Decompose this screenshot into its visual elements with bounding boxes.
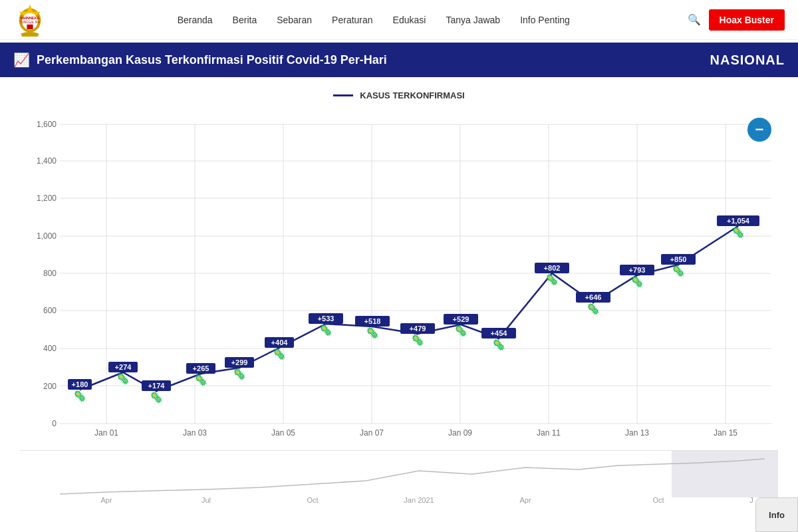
svg-text:1,400: 1,400 xyxy=(37,156,57,166)
svg-text:Jan 2021: Jan 2021 xyxy=(404,496,434,504)
svg-text:Jan 11: Jan 11 xyxy=(537,428,561,438)
header-right: 🔍 Hoax Buster xyxy=(688,9,785,31)
mini-chart-svg: Apr Jul Oct Jan 2021 Apr Oct J xyxy=(20,451,778,504)
svg-text:🦠: 🦠 xyxy=(672,265,685,277)
svg-text:+529: +529 xyxy=(453,315,469,323)
svg-text:Jan 15: Jan 15 xyxy=(714,428,737,438)
svg-text:BHINNEKA: BHINNEKA xyxy=(21,15,40,19)
svg-text:TUNGGAL IKA: TUNGGAL IKA xyxy=(20,21,41,24)
svg-text:🦠: 🦠 xyxy=(492,338,505,351)
svg-text:🦠: 🦠 xyxy=(319,324,332,336)
zoom-out-button[interactable]: − xyxy=(747,118,771,142)
nav-info-penting[interactable]: Info Penting xyxy=(520,15,570,25)
page-title: 📈 Perkembangan Kasus Terkonfirmasi Posit… xyxy=(13,52,387,68)
svg-text:Jan 05: Jan 05 xyxy=(271,428,295,438)
svg-text:+646: +646 xyxy=(585,293,602,301)
svg-text:🦠: 🦠 xyxy=(411,334,424,346)
svg-text:+1,054: +1,054 xyxy=(727,217,750,225)
svg-text:Apr: Apr xyxy=(519,496,531,504)
svg-text:+518: +518 xyxy=(364,317,381,325)
svg-text:600: 600 xyxy=(43,306,57,315)
svg-text:+180: +180 xyxy=(72,380,88,388)
svg-text:Jan 03: Jan 03 xyxy=(183,428,207,438)
legend-label: KASUS TERKONFIRMASI xyxy=(360,90,464,100)
chart-legend: KASUS TERKONFIRMASI xyxy=(20,90,778,100)
svg-text:🦠: 🦠 xyxy=(454,325,467,337)
main-chart-wrapper: .grid-line { stroke: #e0e0e0; stroke-wid… xyxy=(20,111,778,444)
svg-text:0: 0 xyxy=(52,419,57,428)
svg-text:Jan 13: Jan 13 xyxy=(625,428,649,438)
svg-text:🦠: 🦠 xyxy=(587,303,600,315)
svg-text:+479: +479 xyxy=(410,325,426,332)
main-chart-svg: .grid-line { stroke: #e0e0e0; stroke-wid… xyxy=(20,111,778,444)
region-label: NASIONAL xyxy=(710,53,785,68)
svg-text:+274: +274 xyxy=(115,363,132,371)
hoax-buster-button[interactable]: Hoax Buster xyxy=(709,9,785,31)
svg-text:Jan 09: Jan 09 xyxy=(448,428,472,438)
nav-edukasi[interactable]: Edukasi xyxy=(393,15,426,25)
svg-text:400: 400 xyxy=(43,344,57,353)
svg-text:800: 800 xyxy=(43,269,57,278)
svg-text:+533: +533 xyxy=(318,315,334,323)
svg-text:+404: +404 xyxy=(271,338,289,346)
svg-text:1,600: 1,600 xyxy=(37,120,57,129)
svg-text:Jul: Jul xyxy=(201,496,211,504)
main-nav: Beranda Berita Sebaran Peraturan Edukasi… xyxy=(60,15,688,25)
svg-text:Oct: Oct xyxy=(652,496,664,504)
nav-berita[interactable]: Berita xyxy=(233,15,257,25)
search-button[interactable]: 🔍 xyxy=(688,13,701,26)
svg-text:Jan 07: Jan 07 xyxy=(360,428,384,438)
svg-text:+454: +454 xyxy=(491,329,508,337)
svg-text:+793: +793 xyxy=(629,266,646,274)
legend-line xyxy=(333,94,353,96)
svg-text:+174: +174 xyxy=(148,382,166,390)
svg-text:🦠: 🦠 xyxy=(116,372,130,385)
info-button[interactable]: Info xyxy=(755,497,798,510)
mini-chart: Apr Jul Oct Jan 2021 Apr Oct J xyxy=(20,450,778,503)
svg-text:🦠: 🦠 xyxy=(630,275,644,288)
svg-rect-95 xyxy=(672,451,778,497)
svg-text:🦠: 🦠 xyxy=(545,273,559,286)
svg-text:1,000: 1,000 xyxy=(37,231,57,241)
svg-rect-5 xyxy=(27,24,33,29)
svg-text:🦠: 🦠 xyxy=(732,226,745,239)
svg-text:+265: +265 xyxy=(193,364,209,372)
svg-text:🦠: 🦠 xyxy=(150,391,163,404)
svg-text:🦠: 🦠 xyxy=(194,374,207,386)
svg-text:1,200: 1,200 xyxy=(37,194,57,203)
svg-text:Jan 01: Jan 01 xyxy=(94,428,118,438)
svg-text:200: 200 xyxy=(43,382,57,391)
chart-container: KASUS TERKONFIRMASI .grid-line { stroke:… xyxy=(0,77,798,510)
logo: BHINNEKA TUNGGAL IKA xyxy=(13,3,47,37)
svg-text:🦠: 🦠 xyxy=(273,348,286,360)
nav-beranda[interactable]: Beranda xyxy=(178,15,213,25)
svg-text:+299: +299 xyxy=(231,358,248,366)
header: BHINNEKA TUNGGAL IKA Beranda Berita Seba… xyxy=(0,0,798,40)
svg-text:🦠: 🦠 xyxy=(233,368,246,380)
chart-icon: 📈 xyxy=(13,52,30,68)
svg-text:Oct: Oct xyxy=(307,496,318,504)
svg-text:🦠: 🦠 xyxy=(73,390,86,402)
page-title-bar: 📈 Perkembangan Kasus Terkonfirmasi Posit… xyxy=(0,43,798,77)
nav-peraturan[interactable]: Peraturan xyxy=(332,15,372,25)
svg-text:+850: +850 xyxy=(670,255,687,263)
svg-text:🦠: 🦠 xyxy=(366,327,379,339)
svg-text:Apr: Apr xyxy=(100,496,112,504)
svg-text:+802: +802 xyxy=(544,264,561,272)
nav-tanya-jawab[interactable]: Tanya Jawab xyxy=(446,15,500,25)
nav-sebaran[interactable]: Sebaran xyxy=(277,15,312,25)
